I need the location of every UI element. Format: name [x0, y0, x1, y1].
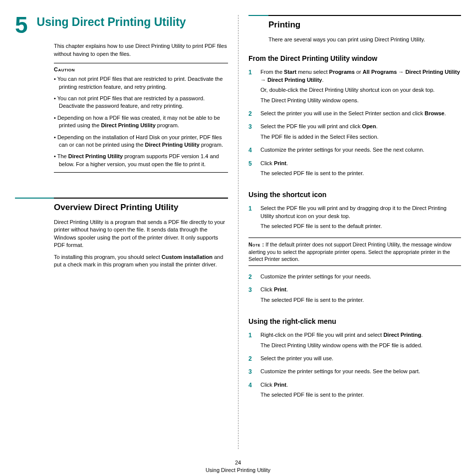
- shortcut-note: Note : If the default printer does not s…: [248, 238, 461, 266]
- printing-title: Printing: [268, 20, 461, 30]
- step-number: 2: [248, 355, 255, 365]
- chapter-title: Using Direct Printing Utility: [37, 15, 186, 29]
- caution-item: Depending on how a PDF file was created,…: [54, 114, 228, 130]
- from-window-title: From the Direct Printing Utility window: [248, 54, 461, 62]
- page-footer: 24 Using Direct Printing Utility: [0, 459, 476, 476]
- step-number: 1: [248, 68, 255, 107]
- chapter-number: 5: [15, 15, 28, 35]
- step-number: 1: [248, 331, 255, 352]
- overview-p1: Direct Printing Utility is a program tha…: [54, 219, 228, 249]
- step: 3Click Print.The selected PDF file is se…: [248, 286, 461, 306]
- step: 4Customize the printer settings for your…: [248, 146, 461, 156]
- divider: [54, 63, 228, 63]
- step-body: Right-click on the PDF file you will pri…: [260, 331, 461, 352]
- divider: [54, 172, 228, 173]
- step-body: Customize the printer settings for your …: [260, 146, 461, 156]
- step: 2Select the printer you will use in the …: [248, 110, 461, 120]
- rightclick-steps: 1Right-click on the PDF file you will pr…: [248, 331, 461, 401]
- shortcut-steps-1: 1Select the PDF file you will print and …: [248, 205, 461, 233]
- caution-label: Caution: [54, 66, 228, 72]
- step-number: 4: [248, 146, 255, 156]
- overview-title: Overview Direct Printing Utility: [54, 203, 228, 213]
- caution-item: You can not print PDF files that are res…: [54, 75, 228, 91]
- step-body: From the Start menu select Programs or A…: [260, 68, 461, 107]
- step: 5Click Print.The selected PDF file is se…: [248, 160, 461, 180]
- chapter-intro: This chapter explains how to use Direct …: [54, 42, 228, 58]
- step: 2Select the printer you will use.: [248, 355, 461, 365]
- step-number: 1: [248, 205, 255, 233]
- step-body: Select the PDF file you will print and b…: [260, 205, 461, 233]
- shortcut-title: Using the shortcut icon: [248, 191, 461, 199]
- step-number: 5: [248, 160, 255, 180]
- caution-item: Depending on the installation of Hard Di…: [54, 134, 228, 149]
- step-body: Click Print.The selected PDF file is sen…: [260, 286, 461, 306]
- step-body: Click Print.The selected PDF file is sen…: [260, 160, 461, 180]
- from-window-steps: 1From the Start menu select Programs or …: [248, 68, 461, 180]
- overview-p2: To installing this program, you should s…: [54, 253, 228, 269]
- step-number: 3: [248, 123, 255, 143]
- section-rule: [15, 198, 228, 199]
- step-number: 3: [248, 286, 255, 306]
- step-body: Click Print.The selected PDF file is sen…: [260, 381, 461, 402]
- step-body: Select the printer you will use in the S…: [260, 110, 461, 120]
- step: 3Customize the printer settings for your…: [248, 368, 461, 378]
- shortcut-steps-2: 2Customize the printer settings for your…: [248, 273, 461, 306]
- step: 3Select the PDF file you will print and …: [248, 123, 461, 143]
- rightclick-title: Using the right-click menu: [248, 317, 461, 325]
- step-number: 4: [248, 381, 255, 402]
- section-rule: [248, 15, 461, 16]
- step-body: Customize the printer settings for your …: [260, 368, 461, 378]
- step-body: Select the PDF file you will print and c…: [260, 123, 461, 143]
- step-body: Select the printer you will use.: [260, 355, 461, 365]
- caution-item: You can not print PDF files that are res…: [54, 95, 228, 110]
- page-footer-title: Using Direct Printing Utility: [0, 467, 476, 474]
- caution-list: You can not print PDF files that are res…: [54, 75, 228, 168]
- page-number: 24: [0, 459, 476, 467]
- caution-item: The Direct Printing Utility program supp…: [54, 153, 228, 168]
- step-number: 2: [248, 273, 255, 283]
- step: 1Select the PDF file you will print and …: [248, 205, 461, 233]
- step: 2Customize the printer settings for your…: [248, 273, 461, 283]
- step-body: Customize the printer settings for your …: [260, 273, 461, 283]
- chapter-header: 5 Using Direct Printing Utility: [15, 15, 228, 35]
- step: 4Click Print.The selected PDF file is se…: [248, 381, 461, 402]
- step-number: 2: [248, 110, 255, 120]
- step-number: 3: [248, 368, 255, 378]
- printing-intro: There are several ways you can print usi…: [268, 36, 461, 43]
- step: 1From the Start menu select Programs or …: [248, 68, 461, 107]
- step: 1Right-click on the PDF file you will pr…: [248, 331, 461, 352]
